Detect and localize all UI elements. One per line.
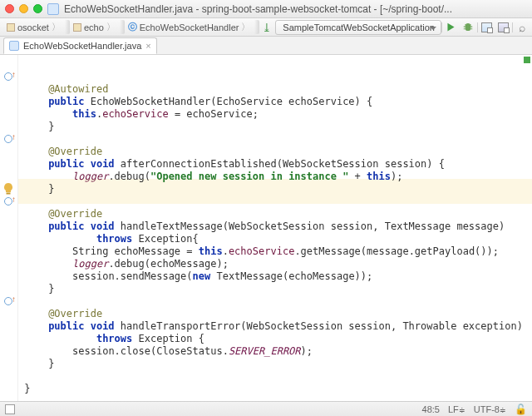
close-tab-icon[interactable]: × [145,41,150,51]
breadcrumb-package[interactable]: osocket 〉 [2,20,70,34]
editor-tab-label: EchoWebSocketHandler.java [23,41,141,51]
chevron-right-icon: 〉 [52,21,61,33]
search-everywhere-button[interactable]: ⌕ [515,21,528,34]
chevron-right-icon: 〉 [106,21,116,33]
line-separator[interactable]: LF≑ [448,404,466,414]
svg-rect-0 [7,193,11,195]
override-gutter-icon[interactable] [2,295,15,307]
window-title: EchoWebSocketHandler.java - spring-boot-… [64,3,527,15]
override-gutter-icon[interactable] [2,133,15,145]
java-file-icon [47,3,59,15]
zoom-window-button[interactable] [33,4,42,13]
close-window-button[interactable] [5,4,14,13]
readonly-toggle-icon[interactable]: 🔓 [515,404,527,415]
intention-bulb-icon[interactable] [2,183,15,195]
file-encoding[interactable]: UTF-8≑ [474,404,506,414]
tool-window-toggle[interactable] [5,404,15,414]
separator [512,22,513,32]
chevron-right-icon: 〉 [241,21,250,33]
window-titlebar: EchoWebSocketHandler.java - spring-boot-… [0,0,532,18]
override-gutter-icon[interactable] [2,71,15,82]
breadcrumb-label: EchoWebSocketHandler [140,22,239,32]
make-project-icon[interactable]: ⤓ [261,22,272,33]
package-icon [7,23,15,32]
breadcrumb-label: osocket [17,22,49,32]
project-structure-button[interactable] [480,21,493,34]
caret-position[interactable]: 48:5 [422,404,440,414]
breadcrumb-package-echo[interactable]: echo 〉 [68,20,125,34]
navigation-bar: osocket 〉 echo 〉 ⓒ EchoWebSocketHandler … [0,18,532,37]
status-bar: 48:5 LF≑ UTF-8≑ 🔓 [0,401,532,416]
editor[interactable]: @Autowired public EchoWebSocketHandler(E… [0,55,532,401]
package-icon [73,23,81,32]
editor-tab-bar: EchoWebSocketHandler.java × [0,37,532,55]
java-file-icon [9,41,19,51]
debug-button[interactable] [462,21,475,34]
run-button[interactable] [445,21,457,34]
class-icon: ⓒ [128,21,137,33]
override-gutter-icon[interactable] [2,196,15,207]
run-configuration-label: SampleTomcatWebSocketApplication [283,22,435,32]
traffic-lights [5,4,42,13]
run-configuration-selector[interactable]: SampleTomcatWebSocketApplication [275,20,441,35]
separator [477,22,478,32]
breadcrumb-label: echo [84,22,104,32]
code-area[interactable]: @Autowired public EchoWebSocketHandler(E… [18,55,532,401]
breadcrumb-class[interactable]: ⓒ EchoWebSocketHandler 〉 [123,20,260,34]
editor-gutter[interactable] [0,55,18,401]
editor-tab[interactable]: EchoWebSocketHandler.java × [3,37,157,54]
settings-button[interactable] [498,21,510,34]
minimize-window-button[interactable] [19,4,28,13]
code-content: @Autowired public EchoWebSocketHandler(E… [18,83,532,395]
separator [441,22,442,32]
